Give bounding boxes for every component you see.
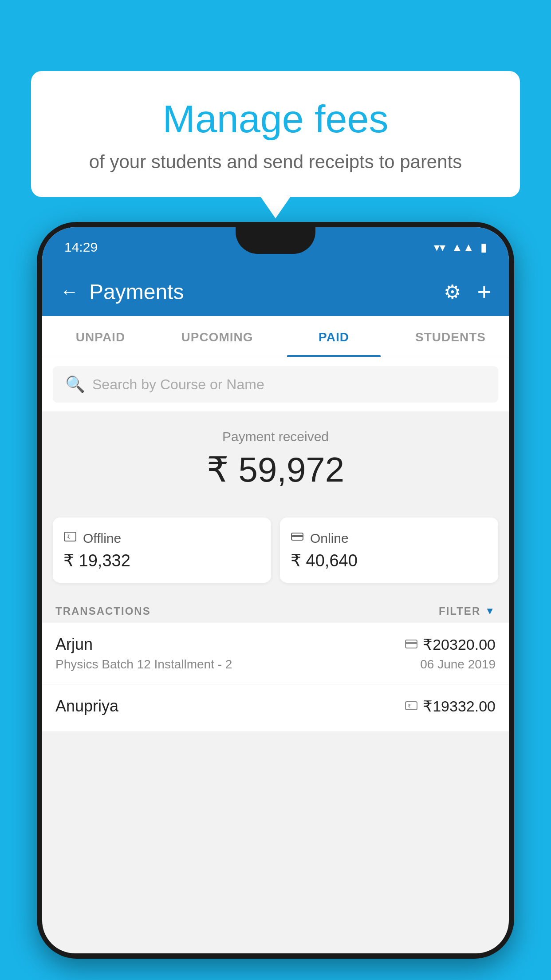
tab-students[interactable]: STUDENTS [392, 316, 509, 357]
gear-icon[interactable]: ⚙ [444, 281, 461, 303]
offline-card-top: ₹ Offline [63, 530, 260, 546]
filter-icon: ▼ [485, 605, 496, 617]
add-button[interactable]: + [477, 280, 491, 304]
online-amount: ₹ 40,640 [291, 551, 488, 570]
transaction-mode-icon-2: ₹ [405, 699, 417, 713]
battery-icon: ▮ [480, 241, 487, 254]
tabs-bar: UNPAID UPCOMING PAID STUDENTS [42, 316, 509, 357]
back-button[interactable]: ← [60, 282, 79, 301]
transaction-amount-2: ₹19332.00 [423, 697, 496, 715]
transaction-amount-1: ₹20320.00 [423, 636, 496, 653]
header-right: ⚙ + [444, 280, 491, 304]
offline-icon: ₹ [63, 530, 77, 546]
payment-received-label: Payment received [55, 429, 496, 444]
status-icons: ▾▾ ▲▲ ▮ [434, 241, 487, 254]
phone-content: 🔍 Search by Course or Name Payment recei… [42, 357, 509, 953]
offline-card: ₹ Offline ₹ 19,332 [53, 518, 271, 583]
search-input[interactable]: Search by Course or Name [92, 376, 264, 393]
payment-received-amount: ₹ 59,972 [55, 450, 496, 490]
wifi-icon: ▾▾ [434, 241, 445, 254]
transactions-label: TRANSACTIONS [55, 605, 151, 617]
svg-text:₹: ₹ [408, 703, 411, 709]
tab-paid[interactable]: PAID [276, 316, 392, 357]
online-icon [291, 530, 304, 546]
search-icon: 🔍 [65, 375, 85, 394]
transaction-top-1: Arjun ₹20320.00 [55, 635, 496, 654]
transaction-date-1: 06 June 2019 [420, 657, 496, 672]
bubble-subtitle: of your students and send receipts to pa… [58, 151, 493, 173]
transaction-course-1: Physics Batch 12 Installment - 2 [55, 657, 232, 672]
page-title: Payments [89, 280, 184, 304]
svg-rect-3 [291, 535, 303, 537]
phone-screen: 14:29 ▾▾ ▲▲ ▮ ← Payments ⚙ + UNPAID [42, 227, 509, 953]
speech-bubble: Manage fees of your students and send re… [31, 71, 520, 197]
svg-rect-6 [405, 702, 417, 710]
transaction-name-2: Anupriya [55, 697, 118, 715]
search-bar[interactable]: 🔍 Search by Course or Name [53, 366, 498, 403]
online-card: Online ₹ 40,640 [280, 518, 498, 583]
payment-section: Payment received ₹ 59,972 [42, 411, 509, 518]
tab-unpaid[interactable]: UNPAID [42, 316, 159, 357]
speech-bubble-wrapper: Manage fees of your students and send re… [31, 71, 520, 197]
transaction-mode-icon-1 [405, 638, 417, 652]
offline-amount: ₹ 19,332 [63, 551, 260, 570]
transaction-amount-wrap-1: ₹20320.00 [405, 636, 496, 653]
status-bar: 14:29 ▾▾ ▲▲ ▮ [42, 227, 509, 267]
transaction-top-2: Anupriya ₹ ₹19332.00 [55, 697, 496, 715]
tab-upcoming[interactable]: UPCOMING [159, 316, 276, 357]
phone-frame: 14:29 ▾▾ ▲▲ ▮ ← Payments ⚙ + UNPAID [37, 222, 514, 959]
online-card-top: Online [291, 530, 488, 546]
offline-label: Offline [83, 531, 121, 546]
app-header: ← Payments ⚙ + [42, 267, 509, 316]
transactions-header: TRANSACTIONS FILTER ▼ [42, 596, 509, 623]
payment-cards: ₹ Offline ₹ 19,332 [53, 518, 498, 583]
status-time: 14:29 [64, 240, 98, 255]
svg-rect-5 [405, 642, 417, 644]
table-row[interactable]: Anupriya ₹ ₹19332.00 [42, 684, 509, 732]
header-left: ← Payments [60, 280, 184, 304]
table-row[interactable]: Arjun ₹20320.00 Physics Batch 12 Install… [42, 623, 509, 684]
transaction-bottom-1: Physics Batch 12 Installment - 2 06 June… [55, 657, 496, 672]
transaction-amount-wrap-2: ₹ ₹19332.00 [405, 697, 496, 715]
signal-icon: ▲▲ [452, 241, 474, 254]
search-bar-wrapper: 🔍 Search by Course or Name [42, 357, 509, 411]
filter-button[interactable]: FILTER ▼ [439, 605, 496, 617]
svg-text:₹: ₹ [67, 533, 71, 541]
online-label: Online [310, 531, 349, 546]
transaction-name-1: Arjun [55, 635, 93, 654]
bubble-title: Manage fees [58, 98, 493, 141]
